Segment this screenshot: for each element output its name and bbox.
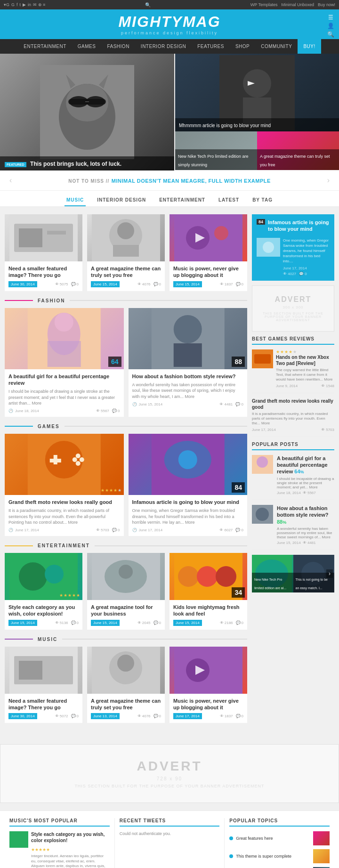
hero-thumb-2[interactable]: A great magazine theme can truly set you… [257,131,339,170]
svg-point-50 [178,566,199,587]
tab-interior-design[interactable]: INTERIOR DESIGN [95,195,148,206]
fashion-article-1[interactable]: 64 A beautiful girl for a beautiful perc… [5,308,124,417]
hero-thumb1-caption: New Nike Tech Pro limited edition are si… [178,154,248,167]
svg-rect-28 [48,341,81,367]
top-bar-links: WP Templates Minimal Unboxed Buy now! [250,2,335,7]
fashion-article-2-views: 👁 4481 [219,402,233,406]
svg-rect-31 [173,343,202,367]
popular-post-2[interactable]: How about a fashion bottom style review?… [252,505,334,550]
star-3: ★ [109,488,113,493]
featured-article-2-meta: June 15, 2014 👁 4076 💬 0 [91,281,161,287]
footer-music-post-1[interactable]: Style each category as you wish, color e… [9,831,110,868]
svg-point-62 [263,242,274,253]
social-icon-in: in [28,2,31,7]
nav-shop[interactable]: SHOP [230,39,255,54]
social-icon-c: G [11,2,15,7]
ntm-next-arrow[interactable]: › [327,176,330,185]
nav-entertainment[interactable]: ENTERTAINMENT [18,39,72,54]
sidebar-review-2[interactable]: Grand theft moto review looks really goo… [252,398,334,437]
sidebar-review-2-title: Grand theft moto review looks really goo… [252,398,334,410]
popular-post-1[interactable]: A beautiful girl for a beautiful percent… [252,455,334,500]
site-logo[interactable]: MIGHTYMAG [0,13,339,31]
large-advert-text: ADVERT [15,759,324,774]
popular-post-2-date: June 15, 2014 [277,541,301,545]
nav-buy[interactable]: BUY! [298,39,321,54]
games-article-2-date: June 17, 2014 [139,528,163,532]
fashion-article-2[interactable]: 88 How about a fashion bottom style revi… [129,308,248,417]
ent-article-3-comments: 💬 0 [236,621,243,625]
featured-article-1-comments: 💬 0 [71,282,79,286]
sidebar-review-1-thumb [252,349,273,368]
music-article-2-meta: June 13, 2014 👁 4076 💬 0 [91,713,161,719]
tab-latest[interactable]: LATEST [217,195,241,206]
popular-post-1-meta: June 18, 2014 👁 5567 [277,491,334,495]
sidebar-slide-1[interactable]: New Nike Tech Pro limited edition are al… [252,555,293,592]
games-article-2[interactable]: 84 Infamous article is going to blow you… [129,434,248,536]
hero-right-main[interactable]: Mhmmmm article is going to blow your min… [175,54,339,131]
minimal-unboxed-link[interactable]: Minimal Unboxed [281,2,314,7]
nav-community[interactable]: COMMUNITY [255,39,298,54]
popular-post-2-thumb [252,505,273,524]
ntm-title[interactable]: MINIMAL DOESN'T MEAN MEAGRE, FULL WIDTH … [112,178,271,184]
featured-article-2[interactable]: A great magazine theme can truly set you… [87,214,165,291]
ent-article-3-image: 34 [170,553,247,600]
main-content-area: Need a smaller featured image? There you… [0,207,339,737]
tab-music[interactable]: MUSIC [65,195,86,206]
music-article-1-views: 👁 5072 [55,714,68,718]
ent-article-2[interactable]: A great magazine tool for your business … [87,553,165,630]
music-article-3-views: 👁 1837 [220,714,233,718]
r1-star-4: ★ [289,349,292,354]
featured-badge: FEATURED [5,162,26,167]
wp-templates-link[interactable]: WP Templates [250,2,278,7]
popular-post-1-thumb [252,455,273,474]
music-section-title: MUSIC [33,637,62,642]
fashion-article-2-desc: A wonderful serenity has taken possessio… [132,382,244,400]
svg-rect-21 [113,245,139,257]
svg-rect-64 [254,354,271,364]
games-article-2-pct: 84 [232,482,245,493]
entertainment-section-header: ENTERTAINMENT [5,543,247,548]
hero-thumb-1[interactable]: New Nike Tech Pro limited edition are si… [175,131,257,170]
ent-article-3[interactable]: 34 Kids love mightymag fresh look and fe… [170,553,247,630]
search-icon-top[interactable]: 🔍 [145,2,151,8]
tab-entertainment[interactable]: ENTERTAINMENT [157,195,207,206]
fashion-article-1-date: June 18, 2014 [15,409,39,413]
header-icon-2[interactable]: 👤 [327,23,334,29]
music-article-1-date: June 30, 2014 [8,713,37,719]
games-article-1-title: Grand theft moto review looks really goo… [8,499,120,505]
slider-next-arrow[interactable]: › [326,569,333,578]
hero-main-article[interactable]: FEATURED This post brings luck, lots of … [0,54,174,170]
tab-by-tag[interactable]: BY TAG [250,195,274,206]
header-icon-1[interactable]: ☰ [327,14,334,21]
popular-post-2-pct: 88 [277,519,282,525]
popular-post-1-pct-sign: % [300,470,304,474]
topic-1[interactable]: Great features here [229,831,330,845]
sidebar-featured-title: Infamous article is going to blow your m… [268,219,330,233]
svg-rect-55 [19,661,42,680]
ntm-prev-arrow[interactable]: ‹ [9,176,12,185]
sidebar-slide-1-caption: New Nike Tech Pro limited edition are al… [254,578,286,590]
topic-2[interactable]: This theme is super complete [229,849,330,863]
nav-interior-design[interactable]: INTERIOR DESIGN [135,39,192,54]
music-article-1[interactable]: Need a smaller featured image? There you… [5,647,82,723]
topic-1-dot [229,836,233,840]
svg-point-44 [19,562,47,591]
featured-article-3[interactable]: Music is power, never give up blogging a… [170,214,247,291]
games-article-1[interactable]: ★ ★ ★ ★ ★ Grand theft moto review looks … [5,434,124,536]
music-article-2[interactable]: A great magazine theme can truly set you… [87,647,165,723]
clock-icon-4: 🕐 [132,528,137,532]
featured-article-1[interactable]: Need a smaller featured image? There you… [5,214,82,291]
nav-games[interactable]: GAMES [72,39,102,54]
nav-features[interactable]: FEATURES [192,39,230,54]
buy-now-link[interactable]: Buy now! [318,2,335,7]
advert-desc: THIS SECTION BUILT FOR THE PURPOSE OF YO… [257,312,329,322]
sidebar-review-1[interactable]: ★★★★★ Hands on the new Xbox Two pad [Rev… [252,349,334,393]
header-icon-3[interactable]: 🔍 [327,31,334,38]
fashion-article-1-desc: I should be incapable of drawing a singl… [8,389,120,406]
ent-article-1[interactable]: ★★★★★ Style each category as you wish, c… [5,553,82,630]
nav-fashion[interactable]: FASHION [101,39,135,54]
sidebar-review-2-meta: June 17, 2014 👁 5703 [252,428,334,432]
music-article-3[interactable]: Music is power, never give up blogging a… [170,647,247,723]
music-article-2-title: A great magazine theme can truly set you… [91,698,161,711]
sidebar-featured-article[interactable]: 84 Infamous article is going to blow you… [252,214,334,281]
